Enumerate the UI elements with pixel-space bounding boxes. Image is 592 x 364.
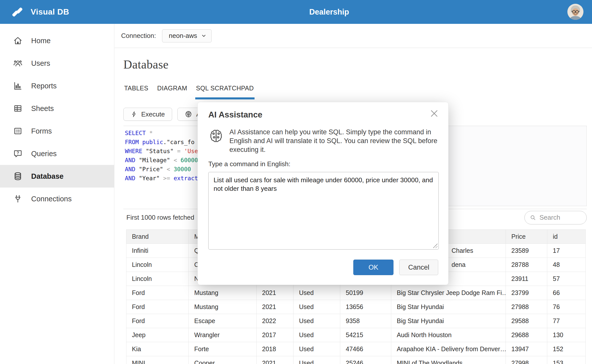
sidebar-item-queries[interactable]: ? Queries: [0, 142, 114, 165]
resize-handle[interactable]: [432, 243, 437, 248]
table-cell[interactable]: Wrangler: [189, 328, 257, 342]
table-cell[interactable]: 13947: [506, 342, 547, 356]
dialog-description: AI Assistance can help you write SQL. Si…: [229, 128, 438, 154]
table-cell[interactable]: 48: [547, 258, 586, 272]
table-cell[interactable]: 76: [547, 300, 586, 314]
bar-chart-icon: [13, 81, 23, 91]
table-cell[interactable]: Big Star Hyundai: [391, 314, 506, 328]
table-cell[interactable]: Forte: [189, 342, 257, 356]
table-row[interactable]: KiaForte2018Used47466Arapahoe KIA - Deli…: [126, 342, 586, 356]
search-input[interactable]: [539, 214, 577, 221]
avatar[interactable]: [567, 4, 583, 20]
sidebar-item-connections[interactable]: Connections: [0, 188, 114, 210]
table-cell[interactable]: Used: [293, 328, 340, 342]
table-cell[interactable]: MINI of The Woodlands: [391, 356, 506, 364]
sidebar-item-reports[interactable]: Reports: [0, 75, 114, 97]
table-cell[interactable]: 13656: [340, 300, 391, 314]
table-cell[interactable]: Used: [293, 286, 340, 300]
table-cell[interactable]: Used: [293, 342, 340, 356]
table-cell[interactable]: Audi North Houston: [391, 328, 506, 342]
table-cell[interactable]: Used: [293, 300, 340, 314]
table-row[interactable]: FordMustang2021Used13656Big Star Hyundai…: [126, 300, 586, 314]
table-row[interactable]: MINICooper2021Used25246MINI of The Woodl…: [126, 356, 586, 364]
table-cell[interactable]: Used: [293, 314, 340, 328]
table-cell[interactable]: MINI: [126, 356, 189, 364]
table-cell[interactable]: 29588: [506, 314, 547, 328]
table-cell[interactable]: 2017: [257, 328, 293, 342]
sidebar-item-users[interactable]: Users: [0, 52, 114, 75]
table-cell[interactable]: 28788: [506, 258, 547, 272]
column-header[interactable]: Brand: [126, 230, 189, 244]
table-cell[interactable]: 25246: [340, 356, 391, 364]
table-cell[interactable]: Ford: [126, 300, 189, 314]
table-cell[interactable]: Mustang: [189, 286, 257, 300]
table-cell[interactable]: 17: [547, 244, 586, 258]
table-cell[interactable]: 9358: [340, 314, 391, 328]
table-cell[interactable]: 2018: [257, 342, 293, 356]
table-cell[interactable]: 29688: [506, 328, 547, 342]
table-cell[interactable]: 77: [547, 314, 586, 328]
table-cell[interactable]: 152: [547, 342, 586, 356]
close-icon[interactable]: [429, 109, 439, 119]
table-cell[interactable]: Ford: [126, 314, 189, 328]
table-cell[interactable]: Lincoln: [126, 272, 189, 286]
tab-diagram[interactable]: DIAGRAM: [156, 83, 188, 99]
table-cell[interactable]: Lincoln: [126, 258, 189, 272]
table-cell[interactable]: 47466: [340, 342, 391, 356]
connection-select[interactable]: neon-aws: [162, 29, 212, 42]
tab-sql-scratchpad[interactable]: SQL SCRATCHPAD: [195, 83, 255, 99]
table-cell[interactable]: 130: [547, 328, 586, 342]
table-cell[interactable]: 2021: [257, 356, 293, 364]
table-cell[interactable]: 27988: [506, 300, 547, 314]
sql-token: [142, 148, 146, 154]
dialog-info: AI Assistance can help you write SQL. Si…: [208, 128, 438, 154]
sidebar-item-forms[interactable]: Forms: [0, 120, 114, 142]
chevron-down-icon: [201, 33, 206, 38]
table-cell[interactable]: Big Star Hyundai: [391, 300, 506, 314]
sql-token: [135, 157, 139, 163]
table-cell[interactable]: Used: [293, 356, 340, 364]
command-input[interactable]: List all used cars for sale with mileage…: [208, 172, 439, 250]
tab-bar: TABLES DIAGRAM SQL SCRATCHPAD: [123, 83, 587, 99]
table-cell[interactable]: Cooper: [189, 356, 257, 364]
table-row[interactable]: FordEscape2022Used9358Big Star Hyundai29…: [126, 314, 586, 328]
table-row[interactable]: JeepWrangler2017Used54215Audi North Hous…: [126, 328, 586, 342]
sidebar-item-label: Sheets: [31, 104, 54, 113]
table-cell[interactable]: Infiniti: [126, 244, 189, 258]
table-cell[interactable]: 54215: [340, 328, 391, 342]
sidebar-item-database[interactable]: Database: [0, 165, 114, 188]
cancel-button[interactable]: Cancel: [399, 260, 438, 275]
sql-token: extract: [174, 175, 198, 181]
table-cell[interactable]: Big Star Chrysler Jeep Dodge Ram Fi…: [391, 286, 506, 300]
table-cell[interactable]: 23589: [506, 244, 547, 258]
table-cell[interactable]: 2021: [257, 300, 293, 314]
sidebar-item-sheets[interactable]: Sheets: [0, 97, 114, 120]
table-cell[interactable]: 23911: [506, 272, 547, 286]
table-cell[interactable]: Escape: [189, 314, 257, 328]
table-cell[interactable]: 57: [547, 272, 586, 286]
sql-token: "Mileage": [139, 157, 170, 163]
sidebar-item-home[interactable]: Home: [0, 29, 114, 52]
column-header[interactable]: Price: [506, 230, 547, 244]
table-cell[interactable]: Jeep: [126, 328, 189, 342]
table-cell[interactable]: 27998: [506, 356, 547, 364]
table-cell[interactable]: Kia: [126, 342, 189, 356]
table-cell[interactable]: 153: [547, 356, 586, 364]
execute-button[interactable]: Execute: [123, 108, 172, 121]
column-header[interactable]: id: [547, 230, 586, 244]
table-cell[interactable]: Mustang: [189, 300, 257, 314]
ok-button[interactable]: OK: [353, 260, 393, 275]
table-row[interactable]: FordMustang2021Used50199Big Star Chrysle…: [126, 286, 586, 300]
table-cell[interactable]: Ford: [126, 286, 189, 300]
table-cell[interactable]: 2021: [257, 286, 293, 300]
tab-tables[interactable]: TABLES: [123, 83, 149, 99]
query-bubble-icon: ?: [13, 149, 23, 158]
table-cell[interactable]: 23799: [506, 286, 547, 300]
results-side-pane: [446, 126, 587, 206]
sql-token: [139, 139, 142, 145]
sql-token: AND: [125, 175, 135, 181]
table-cell[interactable]: Arapahoe KIA - Delivery from Denver…: [391, 342, 506, 356]
table-cell[interactable]: 66: [547, 286, 586, 300]
table-cell[interactable]: 2022: [257, 314, 293, 328]
table-cell[interactable]: 50199: [340, 286, 391, 300]
